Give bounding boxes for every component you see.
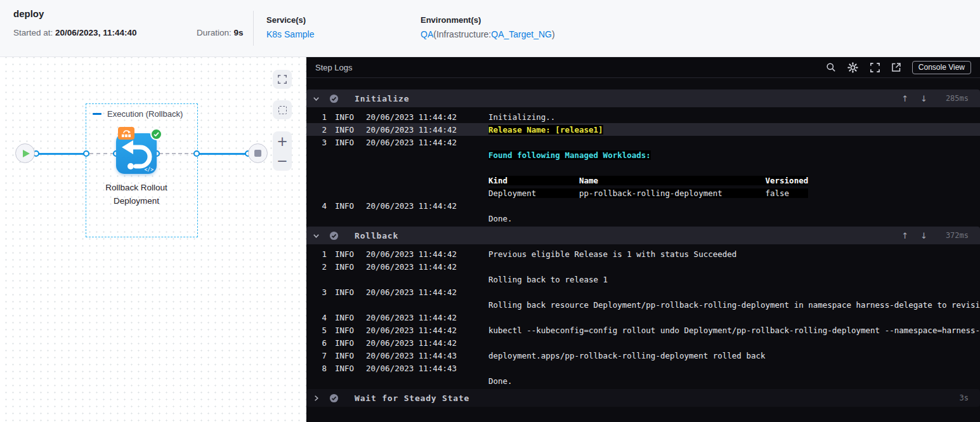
log-section-header-rollback[interactable]: Rollback↑↓372ms: [306, 227, 980, 244]
log-row[interactable]: 8INFO20/06/2023 11:44:43: [306, 362, 980, 374]
started-at-label: Started at:: [13, 28, 53, 37]
service-link[interactable]: K8s Sample: [266, 29, 314, 39]
log-row[interactable]: Found following Managed Workloads:: [306, 148, 980, 161]
log-message: Rolling back resource Deployment/pp-roll…: [488, 300, 980, 310]
log-message: Done.: [488, 214, 980, 223]
log-time: 20/06/2023 11:44:43: [366, 364, 488, 373]
pipeline-end-node[interactable]: [248, 143, 268, 163]
log-level: INFO: [327, 326, 366, 335]
log-row[interactable]: 4INFO20/06/2023 11:44:42: [306, 199, 980, 212]
collapse-stage-icon[interactable]: [93, 113, 101, 115]
section-duration: 3s: [939, 393, 969, 402]
log-time: 20/06/2023 11:44:42: [366, 125, 488, 135]
log-level: INFO: [327, 112, 366, 122]
execution-header: deploy Started at: 20/06/2023, 11:44:40 …: [0, 0, 980, 57]
step-logs-title: Step Logs: [315, 63, 353, 72]
section-duration: 372ms: [939, 231, 969, 240]
log-level: INFO: [327, 351, 366, 360]
stage-header[interactable]: Execution (Rollback): [93, 109, 183, 119]
log-message: Release Name: [release1]: [488, 125, 980, 135]
log-level: INFO: [327, 249, 366, 259]
edge-start-to-stage: [37, 153, 85, 155]
chevron-right-icon[interactable]: [312, 394, 320, 402]
log-level: INFO: [327, 364, 366, 373]
edge-stage-to-end: [199, 153, 247, 155]
log-num: 1: [317, 112, 327, 122]
log-time: 20/06/2023 11:44:42: [366, 338, 488, 348]
environment-link[interactable]: QA: [421, 29, 433, 39]
play-icon: [23, 150, 30, 157]
pipeline-canvas[interactable]: Execution (Rollback) </>: [0, 57, 306, 422]
log-num: 3: [317, 138, 327, 147]
fullscreen-icon[interactable]: [870, 62, 880, 73]
section-success-icon: [329, 393, 339, 403]
zoom-out-button[interactable]: −: [273, 151, 292, 171]
log-row[interactable]: 3INFO20/06/2023 11:44:42: [306, 286, 980, 298]
log-num: 4: [317, 313, 327, 322]
step-label[interactable]: Rollback Rollout Deployment: [84, 181, 188, 208]
log-message: Kind Name Versioned: [488, 176, 980, 185]
log-row[interactable]: 1INFO20/06/2023 11:44:42Previous eligibl…: [306, 247, 980, 260]
log-level: INFO: [327, 201, 366, 211]
log-section-header-initialize[interactable]: Initialize↑↓285ms: [306, 89, 980, 107]
rollout-strategy-badge-icon: [118, 127, 134, 140]
edge-port: [193, 150, 200, 157]
fit-view-icon: [277, 74, 287, 84]
log-time: 20/06/2023 11:44:42: [366, 262, 488, 272]
settings-gear-icon[interactable]: [847, 62, 859, 74]
environments-block: Environment(s) QA(Infrastructure:QA_Targ…: [421, 15, 555, 40]
header-divider: [253, 11, 254, 46]
started-at: Started at: 20/06/2023, 11:44:40: [13, 28, 136, 37]
log-message: kubectl --kubeconfig=config rollout undo…: [488, 326, 980, 335]
scroll-to-top-icon[interactable]: ↑: [901, 232, 908, 240]
section-success-icon: [329, 231, 339, 241]
duration: Duration: 9s: [197, 28, 244, 37]
log-num: 2: [317, 125, 327, 135]
log-num: 2: [317, 262, 327, 272]
log-row[interactable]: Deployment pp-rollback-rolling-deploymen…: [306, 187, 980, 199]
scroll-to-bottom-icon[interactable]: ↓: [920, 95, 927, 103]
log-row[interactable]: Kind Name Versioned: [306, 174, 980, 187]
search-icon[interactable]: [826, 62, 836, 72]
chevron-down-icon[interactable]: [312, 95, 320, 103]
section-success-icon: [329, 94, 339, 103]
log-level: INFO: [327, 313, 366, 322]
stage-title: Execution (Rollback): [107, 109, 183, 119]
log-num: 7: [317, 351, 327, 360]
log-row[interactable]: Done.: [306, 212, 980, 225]
services-block: Service(s) K8s Sample: [266, 15, 314, 40]
log-row[interactable]: Done.: [306, 374, 980, 387]
log-row[interactable]: 5INFO20/06/2023 11:44:42kubectl --kubeco…: [306, 324, 980, 336]
infrastructure-link[interactable]: QA_Target_NG: [491, 29, 552, 39]
section-title: Wait for Steady State: [355, 393, 469, 403]
log-row[interactable]: 7INFO20/06/2023 11:44:43deployment.apps/…: [306, 349, 980, 362]
open-in-new-icon[interactable]: [891, 62, 901, 72]
scroll-to-top-icon[interactable]: ↑: [901, 95, 908, 103]
pipeline-start-node[interactable]: [15, 143, 35, 163]
console-view-button[interactable]: Console View: [912, 61, 971, 74]
log-row[interactable]: 6INFO20/06/2023 11:44:42: [306, 336, 980, 349]
log-row[interactable]: 4INFO20/06/2023 11:44:42: [306, 311, 980, 324]
edge-port: [83, 150, 89, 157]
log-section-header-wait-for-steady-state[interactable]: Wait for Steady State3s: [306, 389, 980, 407]
log-row[interactable]: 1INFO20/06/2023 11:44:42Initializing..: [306, 110, 980, 123]
log-row[interactable]: Rolling back resource Deployment/pp-roll…: [306, 298, 980, 311]
log-row[interactable]: [306, 161, 980, 174]
log-row[interactable]: Rolling back to release 1: [306, 273, 980, 286]
services-label: Service(s): [266, 15, 314, 25]
log-row[interactable]: 2INFO20/06/2023 11:44:42: [306, 260, 980, 273]
section-duration: 285ms: [939, 94, 969, 103]
log-row[interactable]: 3INFO20/06/2023 11:44:42: [306, 136, 980, 148]
duration-value: 9s: [234, 28, 244, 37]
fit-view-button[interactable]: [273, 70, 292, 89]
environment-close-paren: ): [552, 29, 555, 39]
section-title: Rollback: [355, 231, 398, 241]
log-time: 20/06/2023 11:44:42: [366, 201, 488, 211]
scroll-to-bottom-icon[interactable]: ↓: [920, 232, 927, 240]
log-message: Rolling back to release 1: [488, 275, 980, 284]
chevron-down-icon[interactable]: [312, 232, 320, 240]
marquee-select-icon: [278, 106, 287, 114]
marquee-select-button[interactable]: [273, 100, 292, 119]
zoom-in-button[interactable]: +: [273, 131, 292, 151]
log-row[interactable]: 2INFO20/06/2023 11:44:42Release Name: [r…: [306, 123, 980, 136]
